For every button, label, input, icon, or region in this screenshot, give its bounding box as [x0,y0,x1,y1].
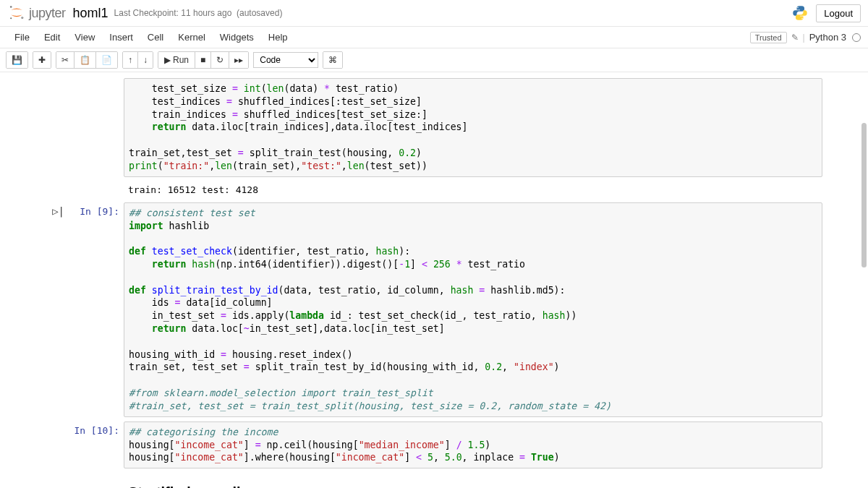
run-button[interactable]: ▶ Run [158,52,195,68]
cell-type-select[interactable]: Code [253,52,318,68]
python-icon [791,4,809,22]
edit-icon[interactable]: ✎ [791,33,799,43]
cell-prompt [64,78,124,177]
notebook-name[interactable]: homl1 [73,6,109,21]
output-cell: train: 16512 test: 4128 [40,180,828,200]
menu-file[interactable]: File [7,29,37,46]
svg-point-3 [797,7,799,9]
code-cell[interactable]: In [10]: ## categorising the income hous… [40,420,828,470]
trusted-indicator[interactable]: Trusted [750,32,787,43]
markdown-cell[interactable]: Stratified sampling Stratified sampling … [40,471,828,488]
move-up-button[interactable]: ↑ [123,52,138,68]
logo-text: jupyter [29,6,66,21]
svg-point-4 [801,18,803,20]
cell-prompt: In [9]: [64,202,124,417]
logout-button[interactable]: Logout [816,4,861,22]
move-down-button[interactable]: ↓ [138,52,153,68]
restart-run-all-button[interactable]: ▸▸ [229,52,248,68]
insert-cell-button[interactable]: ✚ [33,52,51,68]
step-icon[interactable]: ▷| [52,205,64,217]
restart-button[interactable]: ↻ [211,52,229,68]
jupyter-logo[interactable]: jupyter [7,4,66,22]
code-cell[interactable]: ▷| In [9]: ## consistent test set import… [40,201,828,419]
menu-view[interactable]: View [67,29,102,46]
cell-prompt: In [10]: [64,421,124,468]
menu-kernel[interactable]: Kernel [171,29,213,46]
code-input[interactable]: ## categorising the income housing["inco… [124,421,822,468]
jupyter-icon [7,4,26,22]
menu-insert[interactable]: Insert [102,29,140,46]
copy-button[interactable]: 📋 [75,52,96,68]
code-cell[interactable]: test_set_size = int(len(data) * test_rat… [40,77,828,179]
code-input[interactable]: ## consistent test set import hashlib de… [124,202,822,417]
code-input[interactable]: test_set_size = int(len(data) * test_rat… [124,78,822,177]
checkpoint-text: Last Checkpoint: 11 hours ago (autosaved… [114,8,283,18]
scrollbar-thumb[interactable] [861,123,867,267]
menu-cell[interactable]: Cell [140,29,171,46]
cut-button[interactable]: ✂ [56,52,75,68]
svg-point-0 [10,6,12,8]
kernel-name[interactable]: Python 3 [809,32,848,43]
paste-button[interactable]: 📄 [96,52,117,68]
svg-point-1 [21,17,23,19]
kernel-status-icon [852,33,861,42]
svg-point-2 [10,17,12,19]
save-button[interactable]: 💾 [7,52,27,68]
toolbar: 💾 ✚ ✂ 📋 📄 ↑ ↓ ▶ Run ■ ↻ ▸▸ Code ⌘ [0,48,868,72]
menubar: File Edit View Insert Cell Kernel Widget… [0,27,868,48]
interrupt-button[interactable]: ■ [195,52,211,68]
header: jupyter homl1 Last Checkpoint: 11 hours … [0,0,868,27]
markdown-heading: Stratified sampling [128,484,818,488]
menu-edit[interactable]: Edit [37,29,67,46]
menu-widgets[interactable]: Widgets [213,29,261,46]
cell-output: train: 16512 test: 4128 [124,181,822,198]
command-palette-button[interactable]: ⌘ [323,52,342,68]
notebook-area: test_set_size = int(len(data) * test_rat… [0,72,868,488]
menu-help[interactable]: Help [261,29,295,46]
